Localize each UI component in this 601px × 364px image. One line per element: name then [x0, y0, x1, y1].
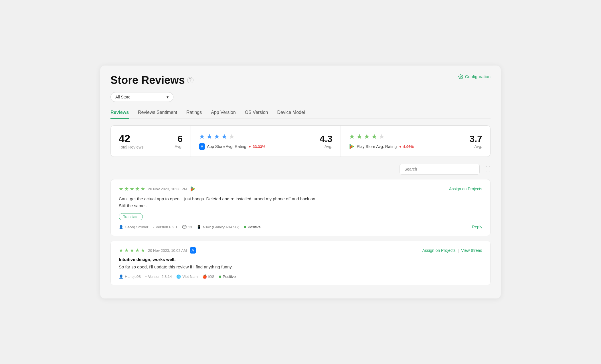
translate-button[interactable]: Translate	[119, 213, 143, 220]
review-2-platform-icon: A	[190, 247, 196, 254]
total-avg-label: Avg.	[175, 144, 183, 149]
total-avg-block: 6 Avg.	[175, 134, 183, 149]
user-icon-2: 👤	[119, 274, 123, 279]
appstore-star-5: ★	[229, 132, 235, 141]
rev2-star-3: ★	[130, 247, 134, 254]
playstore-trend: ▼ 4.96%	[398, 145, 414, 149]
tabs: Reviews Reviews Sentiment Ratings App Ve…	[110, 107, 491, 119]
rev1-star-5: ★	[141, 186, 145, 192]
review-1-platform-icon	[190, 186, 196, 192]
rev1-star-1: ★	[119, 186, 123, 192]
rev2-star-2: ★	[124, 247, 129, 254]
tab-ratings[interactable]: Ratings	[186, 107, 202, 119]
page-title: Store Reviews	[110, 74, 185, 86]
tab-app-version[interactable]: App Version	[211, 107, 236, 119]
review-2-footer: 👤 Hahejo98 ▪ Version 2.8.14 🌐 Viet Nam 🍎…	[119, 274, 482, 279]
config-label: Configuration	[465, 74, 491, 79]
tab-device-model[interactable]: Device Model	[277, 107, 305, 119]
title-row: Store Reviews ?	[110, 74, 193, 86]
gear-icon	[458, 74, 463, 79]
review-2-title: Intuitive design, works well.	[119, 257, 482, 262]
svg-point-0	[460, 76, 462, 78]
review-1-version: ▪ Version 6.2.1	[153, 225, 177, 229]
page-header: Store Reviews ? Configuration	[110, 74, 491, 86]
version-icon: ▪	[153, 225, 154, 229]
playstore-star-4: ★	[371, 132, 377, 141]
review-2-view-thread-button[interactable]: View thread	[461, 248, 482, 253]
total-reviews-main: 42 Total Reviews	[119, 133, 143, 149]
rev2-star-5: ★	[141, 247, 145, 254]
review-2-stars: ★ ★ ★ ★ ★	[119, 247, 145, 254]
rev2-star-1: ★	[119, 247, 123, 254]
playstore-avg-block: 3.7 Avg.	[470, 134, 482, 149]
tab-reviews[interactable]: Reviews	[110, 107, 129, 119]
country-icon: 🌐	[176, 274, 181, 279]
review-1-user: 👤 Georg Strüder	[119, 225, 148, 229]
user-icon: 👤	[119, 225, 123, 229]
review-2-body: So far so good, I'll update this review …	[119, 264, 482, 270]
rev1-star-2: ★	[124, 186, 129, 192]
playstore-avg-label: Avg.	[470, 144, 482, 149]
review-1-stars: ★ ★ ★ ★ ★	[119, 186, 145, 192]
help-icon[interactable]: ?	[187, 77, 193, 83]
appstore-label-row: A App Store Avg. Rating ▼ 33.33%	[199, 143, 265, 150]
app-container: Store Reviews ? Configuration All Store …	[100, 66, 501, 299]
appstore-stats-block: ★ ★ ★ ★ ★ A App Store Avg. Rating ▼ 33.3…	[191, 126, 341, 157]
review-1-actions: Assign on Projects	[449, 187, 482, 191]
review-1-meta: ★ ★ ★ ★ ★ 20 Nov 2023, 10:38 PM	[119, 186, 196, 192]
review-1-sentiment: Positive	[244, 225, 261, 229]
tab-os-version[interactable]: OS Version	[245, 107, 268, 119]
review-2-os: 🍎 iOS	[202, 274, 215, 279]
device-icon: 📱	[197, 225, 201, 229]
review-2-country: 🌐 Viet Nam	[176, 274, 197, 279]
store-filter[interactable]: All Store ▾	[110, 92, 173, 102]
rev2-star-4: ★	[135, 247, 140, 254]
playstore-star-1: ★	[349, 132, 355, 141]
review-1-count: 💬 13	[182, 225, 192, 229]
review-2-date: 20 Nov 2023, 10:02 AM	[148, 248, 187, 253]
review-2-sentiment: Positive	[219, 274, 236, 279]
playstore-star-2: ★	[356, 132, 363, 141]
search-row: ⛶	[110, 164, 491, 175]
stats-row: 42 Total Reviews 6 Avg. ★ ★ ★ ★ ★ A	[110, 125, 491, 157]
review-2-assign-button[interactable]: Assign on Projects	[422, 248, 456, 253]
appstore-star-1: ★	[199, 132, 205, 141]
tab-reviews-sentiment[interactable]: Reviews Sentiment	[138, 107, 177, 119]
review-1-device: 📱 a34x (Galaxy A34 5G)	[197, 225, 239, 229]
appstore-avg-block: 4.3 Avg.	[320, 134, 332, 149]
playstore-icon	[349, 143, 355, 150]
review-2-meta: ★ ★ ★ ★ ★ 20 Nov 2023, 10:02 AM A	[119, 247, 196, 254]
appstore-avg-number: 4.3	[320, 134, 332, 144]
playstore-avg-number: 3.7	[470, 134, 482, 144]
review-1-reply-button[interactable]: Reply	[472, 225, 482, 229]
appstore-stars: ★ ★ ★ ★ ★	[199, 132, 265, 141]
review-2-actions: Assign on Projects | View thread	[422, 248, 482, 253]
playstore-stars: ★ ★ ★ ★ ★	[349, 132, 414, 141]
filter-row: All Store ▾	[110, 92, 491, 102]
action-divider: |	[458, 248, 459, 253]
rev1-star-3: ★	[130, 186, 134, 192]
playstore-label-row: Play Store Avg. Rating ▼ 4.96%	[349, 143, 414, 150]
version-icon-2: ▪	[145, 274, 147, 279]
review-1-reply-wrap: Reply	[472, 224, 482, 230]
appstore-star-3: ★	[214, 132, 220, 141]
review-2-header: ★ ★ ★ ★ ★ 20 Nov 2023, 10:02 AM A Assign…	[119, 247, 482, 254]
chevron-down-icon: ▾	[167, 95, 169, 99]
review-card-2: ★ ★ ★ ★ ★ 20 Nov 2023, 10:02 AM A Assign…	[110, 241, 491, 285]
expand-icon[interactable]: ⛶	[485, 166, 491, 172]
search-input[interactable]	[400, 164, 480, 175]
review-1-date: 20 Nov 2023, 10:38 PM	[148, 187, 187, 191]
review-1-assign-button[interactable]: Assign on Projects	[449, 187, 482, 191]
review-2-user: 👤 Hahejo98	[119, 274, 141, 279]
appstore-star-2: ★	[206, 132, 213, 141]
count-icon: 💬	[182, 225, 187, 229]
appstore-main: ★ ★ ★ ★ ★ A App Store Avg. Rating ▼ 33.3…	[199, 132, 265, 150]
playstore-main: ★ ★ ★ ★ ★ Play Store Avg. Rating ▼	[349, 132, 414, 150]
review-1-header: ★ ★ ★ ★ ★ 20 Nov 2023, 10:38 PM Assign o…	[119, 186, 482, 192]
appstore-trend: ▼ 33.33%	[248, 145, 266, 149]
sentiment-dot	[244, 226, 246, 228]
configuration-button[interactable]: Configuration	[458, 74, 491, 79]
total-reviews-label: Total Reviews	[119, 145, 143, 149]
total-reviews-number: 42	[119, 133, 143, 145]
review-card: ★ ★ ★ ★ ★ 20 Nov 2023, 10:38 PM Assign o…	[110, 179, 491, 236]
